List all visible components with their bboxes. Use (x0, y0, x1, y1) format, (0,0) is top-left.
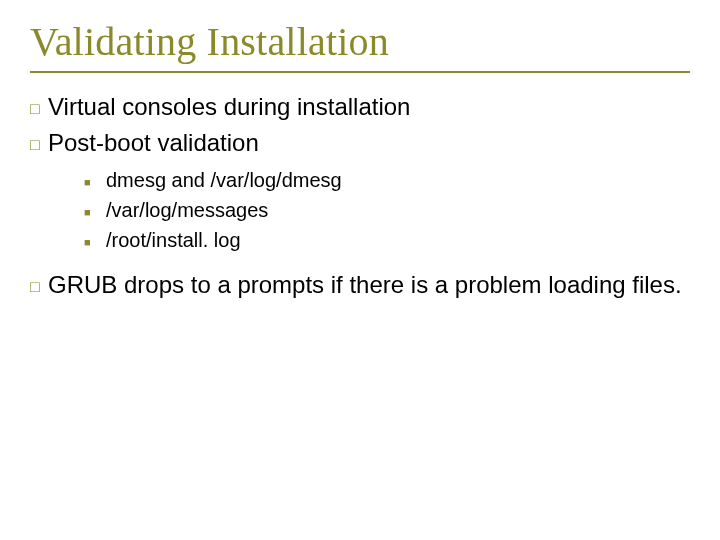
bullet-level1: □ Virtual consoles during installation (30, 91, 690, 125)
bullet-text: GRUB drops to a prompts if there is a pr… (48, 269, 690, 301)
bullet-level2: ■ /var/log/messages (84, 197, 690, 225)
bullet-level1: □ GRUB drops to a prompts if there is a … (30, 269, 690, 303)
bullet-level1: □ Post-boot validation (30, 127, 690, 161)
bullet-level2: ■ dmesg and /var/log/dmesg (84, 167, 690, 195)
slide-title: Validating Installation (30, 18, 690, 65)
solid-square-icon: ■ (84, 197, 106, 225)
hollow-square-icon: □ (30, 91, 48, 125)
slide: Validating Installation □ Virtual consol… (0, 0, 720, 540)
bullet-text: /root/install. log (106, 227, 690, 254)
hollow-square-icon: □ (30, 269, 48, 303)
solid-square-icon: ■ (84, 227, 106, 255)
solid-square-icon: ■ (84, 167, 106, 195)
bullet-text: Virtual consoles during installation (48, 91, 690, 123)
bullet-level2: ■ /root/install. log (84, 227, 690, 255)
sub-bullet-group: ■ dmesg and /var/log/dmesg ■ /var/log/me… (84, 167, 690, 255)
bullet-text: /var/log/messages (106, 197, 690, 224)
slide-body: □ Virtual consoles during installation □… (30, 91, 690, 303)
bullet-text: dmesg and /var/log/dmesg (106, 167, 690, 194)
bullet-text: Post-boot validation (48, 127, 690, 159)
hollow-square-icon: □ (30, 127, 48, 161)
title-underline (30, 71, 690, 73)
